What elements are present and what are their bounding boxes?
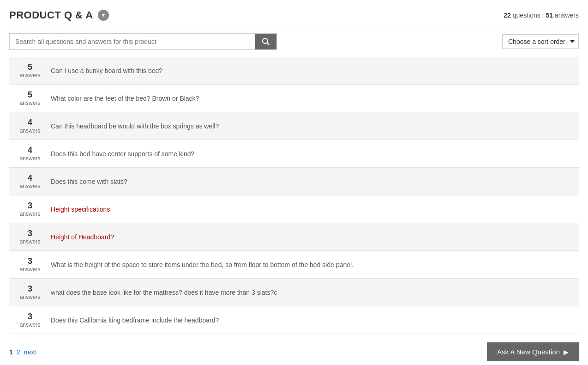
svg-line-1 <box>267 43 270 45</box>
page-current: 1 <box>9 348 13 356</box>
stats-separator: : <box>542 12 544 19</box>
answer-label: answers <box>14 322 46 328</box>
search-input[interactable] <box>10 34 255 49</box>
answer-count: 4answers <box>14 118 46 134</box>
question-text[interactable]: Height specifications <box>51 206 110 213</box>
answer-count: 4answers <box>14 146 46 162</box>
table-row: 3answersHeight of Headboard? <box>9 223 579 251</box>
answer-label: answers <box>14 72 46 79</box>
answer-count: 3answers <box>14 284 46 300</box>
search-input-wrap <box>9 33 277 50</box>
ask-btn-label: Ask A New Question <box>497 348 560 356</box>
answer-count: 5answers <box>14 62 46 79</box>
answer-label: answers <box>14 266 46 273</box>
table-row: 3answersWhat is the height of the space … <box>9 251 579 279</box>
table-row: 3answersDoes this California king bedfra… <box>9 306 579 334</box>
answer-number: 3 <box>14 312 46 322</box>
pagination-row: 1 2 next Ask A New Question ▶ <box>9 334 579 365</box>
question-text[interactable]: What color are the feet of the bed? Brow… <box>51 95 199 102</box>
search-row: Choose a sort orderMost RecentMost Helpf… <box>9 33 579 50</box>
answer-count: 4answers <box>14 173 46 189</box>
ask-new-question-button[interactable]: Ask A New Question ▶ <box>487 342 579 361</box>
answer-number: 5 <box>14 62 46 72</box>
page-next-link[interactable]: next <box>24 348 36 356</box>
questions-list: 5answersCan I use a bunky board with thi… <box>9 57 579 334</box>
answer-number: 4 <box>14 146 46 155</box>
table-row: 4answersCan this headboard be would with… <box>9 112 579 140</box>
question-text[interactable]: Height of Headboard? <box>51 233 114 241</box>
questions-count: 22 <box>504 12 511 19</box>
answer-number: 4 <box>14 173 46 183</box>
answer-count: 3answers <box>14 256 46 273</box>
search-icon <box>262 37 270 46</box>
answer-label: answers <box>14 100 46 106</box>
page-2-link[interactable]: 2 <box>17 348 20 356</box>
header-divider <box>9 26 579 26</box>
answer-number: 5 <box>14 90 46 100</box>
answer-number: 4 <box>14 118 46 128</box>
table-row: 3answersHeight specifications <box>9 195 579 223</box>
stats-text: 22 questions : 51 answers <box>504 12 579 19</box>
answer-label: answers <box>14 155 46 162</box>
page-title: PRODUCT Q & A <box>9 9 93 21</box>
table-row: 5answersWhat color are the feet of the b… <box>9 85 579 112</box>
answer-number: 3 <box>14 256 46 266</box>
table-row: 3answerswhat does the base look like for… <box>9 279 579 306</box>
question-text[interactable]: Can I use a bunky board with this bed? <box>51 67 162 74</box>
table-row: 4answersDoes this bed have center suppor… <box>9 140 579 168</box>
pagination: 1 2 next <box>9 348 36 356</box>
question-text[interactable]: Can this headboard be would with the box… <box>51 122 219 130</box>
questions-label: questions <box>513 12 540 19</box>
answer-number: 3 <box>14 284 46 294</box>
answer-count: 5answers <box>14 90 46 106</box>
answer-number: 3 <box>14 229 46 238</box>
answer-label: answers <box>14 294 46 300</box>
sort-select[interactable]: Choose a sort orderMost RecentMost Helpf… <box>502 34 579 49</box>
ask-btn-arrow: ▶ <box>564 348 569 356</box>
answer-label: answers <box>14 238 46 245</box>
question-text[interactable]: What is the height of the space to store… <box>51 261 354 268</box>
answer-number: 3 <box>14 201 46 211</box>
answer-count: 3answers <box>14 312 46 328</box>
answer-label: answers <box>14 128 46 134</box>
answer-label: answers <box>14 183 46 189</box>
dropdown-icon[interactable]: ▾ <box>98 10 109 21</box>
search-button[interactable] <box>255 34 276 49</box>
answer-count: 3answers <box>14 229 46 245</box>
question-text[interactable]: Does this California king bedframe inclu… <box>51 316 219 324</box>
answers-label: answers <box>555 12 579 19</box>
question-text[interactable]: what does the base look like for the mat… <box>51 289 277 296</box>
question-text[interactable]: Does this bed have center supports of so… <box>51 150 194 158</box>
answers-count: 51 <box>546 12 553 19</box>
answer-label: answers <box>14 211 46 217</box>
question-text[interactable]: Does this come with slats? <box>51 178 127 185</box>
table-row: 5answersCan I use a bunky board with thi… <box>9 57 579 85</box>
table-row: 4answersDoes this come with slats? <box>9 168 579 195</box>
answer-count: 3answers <box>14 201 46 217</box>
